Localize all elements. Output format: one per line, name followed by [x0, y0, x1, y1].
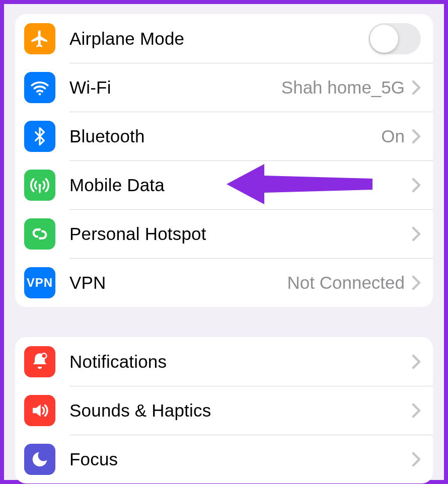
row-sounds-haptics[interactable]: Sounds & Haptics: [15, 386, 433, 435]
wifi-icon: [24, 72, 55, 103]
notifications-label: Notifications: [69, 352, 412, 372]
focus-label: Focus: [69, 449, 412, 469]
bluetooth-label: Bluetooth: [69, 126, 381, 146]
chevron-right-icon: [412, 403, 421, 418]
chevron-right-icon: [412, 129, 421, 144]
chevron-right-icon: [412, 226, 421, 241]
airplane-icon: [24, 23, 55, 54]
row-focus[interactable]: Focus: [15, 435, 433, 483]
airplane-toggle[interactable]: [368, 23, 421, 54]
wifi-value: Shah home_5G: [281, 77, 405, 98]
vpn-icon: VPN: [24, 267, 55, 298]
sounds-label: Sounds & Haptics: [69, 400, 412, 421]
bell-icon: [24, 346, 55, 377]
bluetooth-icon: [24, 121, 55, 152]
row-mobile-data[interactable]: Mobile Data: [15, 160, 433, 209]
mobile-data-label: Mobile Data: [69, 175, 412, 195]
chevron-right-icon: [412, 354, 421, 369]
svg-point-4: [41, 353, 46, 358]
chevron-right-icon: [412, 452, 421, 467]
toggle-knob: [370, 25, 398, 53]
hotspot-icon: [24, 218, 55, 250]
row-bluetooth[interactable]: Bluetooth On: [15, 112, 433, 160]
row-airplane-mode[interactable]: Airplane Mode: [15, 14, 433, 63]
settings-group-connectivity: Airplane Mode Wi-Fi Shah home_5G: [15, 14, 433, 307]
settings-page: Airplane Mode Wi-Fi Shah home_5G: [4, 4, 444, 480]
chevron-right-icon: [412, 80, 421, 95]
chevron-right-icon: [412, 178, 421, 193]
vpn-value: Not Connected: [287, 273, 405, 293]
vpn-label: VPN: [69, 273, 287, 293]
row-wifi[interactable]: Wi-Fi Shah home_5G: [15, 63, 433, 112]
hotspot-label: Personal Hotspot: [69, 224, 412, 244]
antenna-icon: [24, 170, 55, 201]
row-vpn[interactable]: VPN VPN Not Connected: [15, 258, 433, 307]
row-notifications[interactable]: Notifications: [15, 337, 433, 386]
chevron-right-icon: [412, 275, 421, 290]
bluetooth-value: On: [381, 126, 405, 146]
moon-icon: [24, 444, 55, 475]
settings-group-alerts: Notifications Sounds & Haptics: [15, 337, 433, 483]
speaker-icon: [24, 395, 55, 426]
svg-point-0: [39, 93, 41, 95]
airplane-label: Airplane Mode: [69, 29, 368, 49]
wifi-label: Wi-Fi: [69, 77, 281, 98]
row-personal-hotspot[interactable]: Personal Hotspot: [15, 209, 433, 258]
